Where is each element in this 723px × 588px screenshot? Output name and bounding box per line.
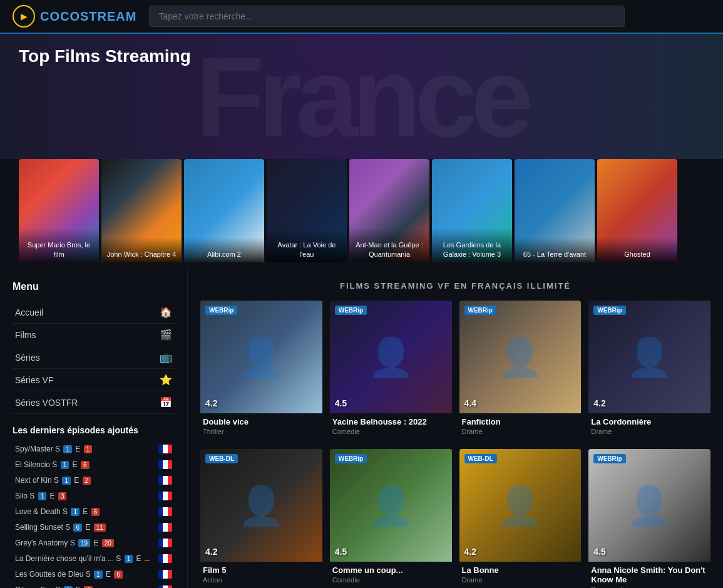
movie-info: Film 5 Action <box>200 562 322 587</box>
film-label: Les Gardiens de la Galaxie : Volume 3 <box>432 228 512 262</box>
episode-item[interactable]: La Dernière chose qu'il m'a ... S 1 E <box>13 551 175 567</box>
episode-item[interactable]: Spy/Master S 1 E 1 <box>13 441 175 457</box>
ep-season-badge: 1 <box>63 445 72 453</box>
main: Menu Accueil🏠Films🎬Séries📺Séries VF⭐Séri… <box>0 269 723 588</box>
quality-badge: WEBRip <box>464 306 496 315</box>
movie-figure: 👤 <box>626 335 673 379</box>
flag-icon <box>158 554 172 563</box>
movie-poster: WEB-DL 4.2 👤 <box>459 449 582 562</box>
movie-title: Anna Nicole Smith: You Don't Know Me <box>591 565 708 584</box>
ep-left: Silo S 1 E 3 <box>15 492 158 500</box>
ep-season-badge: 6 <box>73 524 82 532</box>
sidebar-item-séries-vostfr[interactable]: Séries VOSTFR📅 <box>13 391 175 414</box>
film-label: Super Mario Bros, le film <box>19 228 99 262</box>
ep-season-badge: 1 <box>61 461 69 469</box>
flag-icon <box>158 585 172 588</box>
movie-card[interactable]: WEBRip 4.2 👤 La Cordonnière Drame <box>588 301 710 439</box>
episode-item[interactable]: Les Gouttes de Dieu S 1 E 6 <box>13 567 175 582</box>
movie-figure: 👤 <box>626 483 673 528</box>
sidebar-icon: 🎬 <box>160 329 172 341</box>
ep-title: Selling Sunset S 6 E 11 <box>15 523 107 532</box>
sidebar-icon: 📺 <box>160 351 172 363</box>
ep-left: La Dernière chose qu'il m'a ... S 1 E <box>15 554 158 563</box>
episode-item[interactable]: Selling Sunset S 6 E 11 <box>13 520 175 535</box>
film-card[interactable]: Les Gardiens de la Galaxie : Volume 3 <box>432 159 512 262</box>
ep-left: Selling Sunset S 6 E 11 <box>15 523 158 532</box>
film-label: Alibi.com 2 <box>184 237 264 262</box>
movie-rating: 4.5 <box>335 398 347 408</box>
movie-rating: 4.2 <box>593 398 605 408</box>
film-card[interactable]: Alibi.com 2 <box>184 159 264 262</box>
movie-card[interactable]: WEBRip 4.5 👤 Anna Nicole Smith: You Don'… <box>588 449 710 588</box>
episode-item[interactable]: Grey's Anatomy S 19 E 20 <box>13 535 175 551</box>
sidebar-item-séries-vf[interactable]: Séries VF⭐ <box>13 369 175 391</box>
movie-card[interactable]: WEBRip 4.5 👤 Yacine Belhousse : 2022 Com… <box>330 301 452 439</box>
film-label: Avatar : La Voie de l'eau <box>267 228 347 262</box>
sidebar-item-accueil[interactable]: Accueil🏠 <box>13 301 175 324</box>
movie-title: La Bonne <box>462 565 579 575</box>
movie-info: Double vice Thriller <box>200 413 322 439</box>
movie-poster: WEB-DL 4.2 👤 <box>200 449 322 562</box>
movie-card[interactable]: WEBRip 4.5 👤 Comme un coup... Comédie <box>330 449 452 588</box>
banner-title: Top Films Streaming <box>19 46 191 66</box>
movie-poster: WEBRip 4.5 👤 <box>330 449 452 562</box>
film-card[interactable]: Ghosted <box>597 159 677 262</box>
movie-title: La Cordonnière <box>591 417 708 426</box>
film-label: 65 - La Terre d'avant <box>515 237 595 262</box>
movie-rating: 4.2 <box>205 547 217 557</box>
ep-episode-badge: 20 <box>102 539 114 547</box>
film-card[interactable]: 65 - La Terre d'avant <box>515 159 595 262</box>
movie-title: Yacine Belhousse : 2022 <box>332 417 449 426</box>
sidebar-item-films[interactable]: Films🎬 <box>13 324 175 346</box>
ep-title: City on Fire S 1 E 4 <box>15 585 94 588</box>
episode-item[interactable]: El Silencio S 1 E 6 <box>13 457 175 473</box>
film-card[interactable]: Super Mario Bros, le film <box>19 159 99 262</box>
movie-poster: WEBRip 4.4 👤 <box>459 301 582 413</box>
movie-info: Yacine Belhousse : 2022 Comédie <box>330 413 452 439</box>
movie-rating: 4.5 <box>335 547 347 557</box>
movie-poster: WEBRip 4.2 👤 <box>200 301 322 413</box>
quality-badge: WEB-DL <box>464 454 497 463</box>
episode-item[interactable]: Silo S 1 E 3 <box>13 488 175 504</box>
ep-title: Next of Kin S 1 E 2 <box>15 476 92 485</box>
ep-left: Les Gouttes de Dieu S 1 E 6 <box>15 570 158 579</box>
film-card[interactable]: Ant-Man et la Guêpe : Quantumania <box>349 159 429 262</box>
movie-rating: 4.4 <box>464 398 476 408</box>
ep-episode-badge: 6 <box>114 570 123 579</box>
ep-season-badge: 1 <box>71 508 79 516</box>
film-card[interactable]: Avatar : La Voie de l'eau <box>267 159 347 262</box>
ep-episode-badge: 6 <box>91 508 100 516</box>
movie-info: Comme un coup... Comédie <box>330 562 452 587</box>
sidebar-label: Séries VF <box>15 375 53 385</box>
ep-season-badge: 1 <box>125 555 133 563</box>
search-input[interactable] <box>149 6 625 27</box>
ep-title: Spy/Master S 1 E 1 <box>15 445 93 453</box>
ep-episode-badge <box>145 560 150 561</box>
movie-card[interactable]: WEB-DL 4.2 👤 La Bonne Drame <box>459 449 582 588</box>
movie-title: Film 5 <box>203 565 320 575</box>
episode-item[interactable]: Love & Death S 1 E 6 <box>13 504 175 520</box>
episode-item[interactable]: City on Fire S 1 E 4 <box>13 582 175 588</box>
menu-title: Menu <box>13 281 175 292</box>
sidebar-item-séries[interactable]: Séries📺 <box>13 346 175 369</box>
film-card[interactable]: John Wick : Chapitre 4 <box>101 159 182 262</box>
ep-episode-badge: 6 <box>81 461 90 469</box>
ep-season-badge: 19 <box>78 539 90 547</box>
movie-title: Double vice <box>203 417 320 426</box>
movie-info: Anna Nicole Smith: You Don't Know Me Doc… <box>588 562 710 588</box>
movie-card[interactable]: WEBRip 4.4 👤 Fanfiction Drame <box>459 301 582 439</box>
ep-episode-badge: 3 <box>58 492 67 500</box>
movie-card[interactable]: WEBRip 4.2 👤 Double vice Thriller <box>200 301 322 439</box>
ep-title: Grey's Anatomy S 19 E 20 <box>15 539 115 547</box>
sidebar-icon: ⭐ <box>160 374 172 386</box>
movie-genre: Drame <box>591 428 708 435</box>
movie-poster: WEBRip 4.5 👤 <box>588 449 710 562</box>
ep-episode-badge: 1 <box>84 445 93 453</box>
logo-text: COCOSTREAM <box>40 9 136 24</box>
search-bar[interactable] <box>149 6 625 27</box>
episode-item[interactable]: Next of Kin S 1 E 2 <box>13 473 175 488</box>
movie-grid-1: WEBRip 4.2 👤 Double vice Thriller WEBRip… <box>200 301 710 439</box>
logo[interactable]: COCOSTREAM <box>13 5 136 28</box>
movie-card[interactable]: WEB-DL 4.2 👤 Film 5 Action <box>200 449 322 588</box>
movie-title: Comme un coup... <box>332 565 449 575</box>
